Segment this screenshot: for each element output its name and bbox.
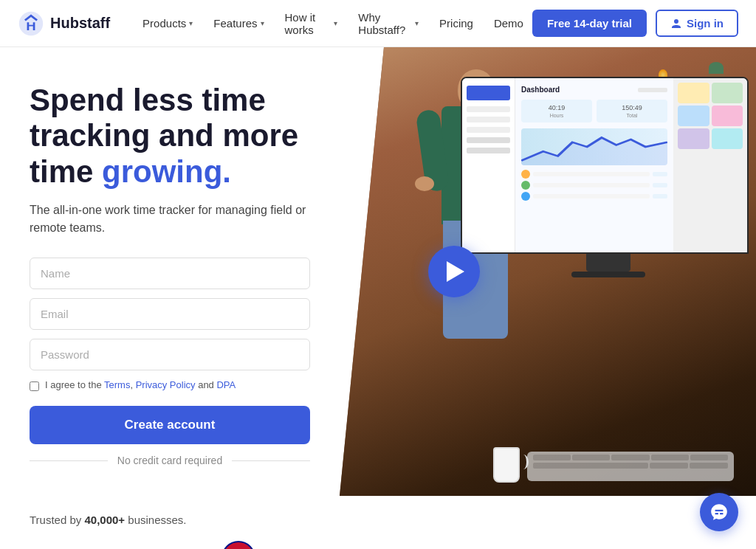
create-account-button[interactable]: Create account <box>30 406 310 444</box>
coffee-cup <box>493 447 520 483</box>
keyboard <box>527 452 734 481</box>
trusted-section: Trusted by 40,000+ businesses. GROUPON K… <box>0 496 756 549</box>
hero-section: Spend less time tracking and more time g… <box>0 47 756 496</box>
headline: Spend less time tracking and more time g… <box>30 83 310 190</box>
logos-row: GROUPON KELLER WILLIAMS. LACLIPPERS 🥕 in… <box>30 541 726 549</box>
clippers-logo: LACLIPPERS <box>221 541 255 549</box>
chevron-down-icon: ▾ <box>189 19 193 27</box>
nav-products[interactable]: Products ▾ <box>134 11 202 35</box>
terms-link[interactable]: Terms <box>104 379 130 390</box>
password-input[interactable] <box>30 339 310 370</box>
nav-actions: Free 14-day trial Sign in <box>532 10 738 37</box>
logo[interactable]: Hubstaff <box>18 10 110 37</box>
nav-features[interactable]: Features ▾ <box>205 11 272 35</box>
chevron-down-icon: ▾ <box>261 19 264 27</box>
hubstaff-logo-icon <box>18 10 44 37</box>
privacy-link[interactable]: Privacy Policy <box>136 379 196 390</box>
hero-left: Spend less time tracking and more time g… <box>0 47 340 496</box>
dashboard-monitor: Dashboard 40:19 Hours 150:49 Total <box>461 77 756 277</box>
nav-why-hubstaff[interactable]: Why Hubstaff? ▾ <box>349 5 427 42</box>
dpa-link[interactable]: DPA <box>216 379 236 390</box>
trusted-text: Trusted by 40,000+ businesses. <box>30 514 726 526</box>
nav-links: Products ▾ Features ▾ How it works ▾ Why… <box>134 5 532 42</box>
no-credit-text: No credit card required <box>30 455 310 466</box>
signin-button[interactable]: Sign in <box>656 10 738 37</box>
chat-support-button[interactable] <box>700 493 738 531</box>
terms-label: I agree to the Terms, Privacy Policy and… <box>45 379 236 390</box>
play-icon <box>447 261 464 282</box>
subheadline: The all-in-one work time tracker for man… <box>30 201 310 237</box>
nav-how-it-works[interactable]: How it works ▾ <box>276 5 347 42</box>
chat-icon <box>709 503 729 522</box>
terms-row: I agree to the Terms, Privacy Policy and… <box>30 379 310 391</box>
play-button[interactable] <box>428 246 480 297</box>
nav-demo[interactable]: Demo <box>485 11 532 35</box>
navbar: Hubstaff Products ▾ Features ▾ How it wo… <box>0 0 756 47</box>
logo-text: Hubstaff <box>50 15 110 32</box>
trial-button[interactable]: Free 14-day trial <box>532 10 647 37</box>
email-input[interactable] <box>30 298 310 330</box>
chevron-down-icon: ▾ <box>415 19 419 27</box>
terms-checkbox[interactable] <box>30 381 39 391</box>
nav-pricing[interactable]: Pricing <box>430 11 482 35</box>
name-input[interactable] <box>30 258 310 289</box>
signin-icon <box>670 18 682 30</box>
chevron-down-icon: ▾ <box>334 19 337 27</box>
hero-right: Dashboard 40:19 Hours 150:49 Total <box>340 47 756 496</box>
